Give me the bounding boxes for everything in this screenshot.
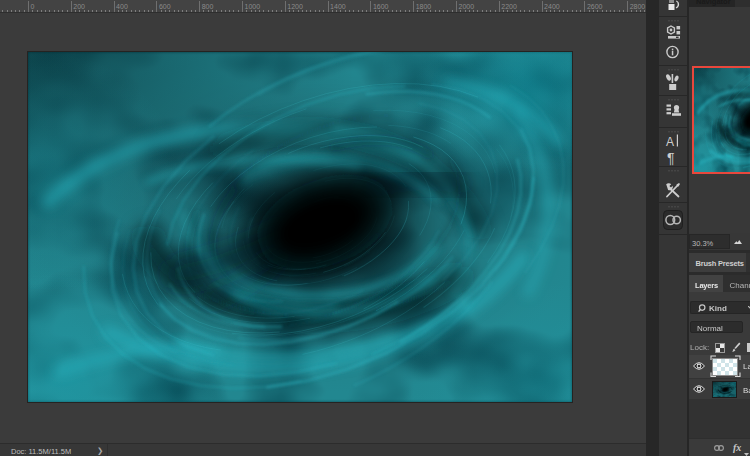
svg-text:¶: ¶ (667, 150, 675, 166)
svg-text:A: A (666, 135, 674, 149)
